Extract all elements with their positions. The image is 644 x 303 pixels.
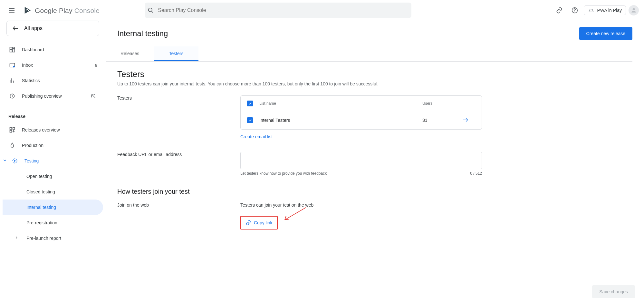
all-apps-label: All apps (24, 25, 43, 31)
sidebar-item-testing[interactable]: Testing (3, 153, 103, 169)
testers-heading: Testers (117, 69, 632, 79)
production-icon (8, 142, 16, 149)
android-icon (588, 8, 594, 13)
arrow-right-icon[interactable] (462, 117, 482, 124)
all-apps-button[interactable]: All apps (6, 21, 99, 36)
svg-point-6 (592, 11, 592, 11)
user-avatar[interactable] (629, 5, 639, 15)
link-icon[interactable] (553, 4, 566, 17)
logo-text-secondary: Console (74, 7, 100, 14)
checkbox-all[interactable] (247, 101, 253, 106)
chevron-down-icon (2, 157, 8, 164)
sidebar-item-releases-overview[interactable]: Releases overview (3, 122, 103, 138)
feedback-field-label: Feedback URL or email address (117, 152, 236, 157)
dashboard-icon (8, 46, 16, 54)
chevron-right-icon (14, 235, 19, 241)
svg-rect-16 (13, 128, 15, 130)
sidebar-subitem-pre-launch-report[interactable]: Pre-launch report (3, 230, 103, 246)
sidebar-item-production[interactable]: Production (3, 138, 103, 153)
sidebar-section-release: Release (3, 111, 103, 122)
topbar: Google Play Console PWA in Play (0, 0, 644, 21)
inbox-icon (8, 61, 16, 69)
create-email-list-link[interactable]: Create email list (240, 134, 273, 139)
feedback-input[interactable] (240, 152, 482, 169)
search-box[interactable] (145, 3, 411, 18)
sidebar-label: Open testing (26, 174, 97, 179)
inbox-badge: 9 (95, 63, 97, 68)
sidebar-item-publishing-overview[interactable]: Publishing overview (3, 88, 103, 104)
main-content: Internal testing Create new release Rele… (106, 21, 644, 279)
sidebar-label: Production (22, 143, 97, 148)
logo-text: Google Play Console (35, 7, 100, 14)
sidebar-label: Statistics (22, 78, 97, 83)
create-new-release-button[interactable]: Create new release (579, 27, 632, 40)
testers-subheading: Up to 100 testers can join your internal… (117, 81, 632, 86)
copy-link-label: Copy link (254, 220, 273, 225)
tabs: Releases Testers (106, 46, 632, 62)
sidebar-label: Internal testing (26, 205, 97, 210)
col-list-name: List name (259, 101, 408, 106)
row-users-count: 31 (408, 118, 462, 123)
col-users: Users (408, 101, 462, 106)
app-chip-label: PWA in Play (597, 8, 622, 13)
help-icon[interactable] (568, 4, 581, 17)
play-console-logo-icon (23, 6, 32, 15)
logo[interactable]: Google Play Console (23, 6, 100, 15)
testers-field-label: Testers (117, 95, 236, 101)
svg-rect-11 (10, 50, 12, 52)
svg-rect-17 (10, 131, 12, 132)
statistics-icon (8, 77, 16, 84)
row-list-name: Internal Testers (259, 118, 408, 123)
svg-line-4 (592, 9, 593, 10)
copy-link-button[interactable]: Copy link (240, 216, 278, 230)
sidebar-label: Releases overview (22, 127, 97, 132)
svg-point-5 (590, 11, 591, 11)
checkbox-row[interactable] (247, 117, 253, 123)
tester-lists-table: List name Users Internal Testers 31 (240, 95, 482, 130)
page-title: Internal testing (117, 29, 579, 38)
tab-testers[interactable]: Testers (154, 46, 198, 61)
sync-off-icon (90, 92, 97, 100)
svg-rect-10 (13, 49, 15, 52)
svg-line-3 (590, 9, 590, 10)
publishing-overview-icon (8, 92, 16, 100)
releases-overview-icon (8, 126, 16, 134)
app-chip[interactable]: PWA in Play (584, 5, 626, 15)
tester-list-row[interactable]: Internal Testers 31 (241, 111, 482, 129)
sidebar-label: Testing (24, 158, 97, 163)
logo-text-primary: Google Play (35, 7, 72, 14)
feedback-char-counter: 0 / 512 (470, 171, 482, 176)
annotation-arrow-icon (282, 206, 307, 222)
hamburger-menu-icon[interactable] (5, 4, 18, 17)
sidebar-label: Pre-registration (26, 220, 97, 225)
svg-line-19 (285, 208, 306, 220)
svg-point-7 (633, 8, 635, 10)
feedback-helper-text: Let testers know how to provide you with… (240, 171, 327, 176)
svg-rect-8 (10, 47, 12, 50)
link-icon (245, 220, 251, 226)
sidebar-subitem-closed-testing[interactable]: Closed testing (3, 184, 103, 200)
sidebar-item-dashboard[interactable]: Dashboard (3, 42, 103, 57)
tab-releases[interactable]: Releases (106, 46, 154, 61)
sidebar-label: Closed testing (26, 189, 97, 194)
testing-icon (11, 157, 19, 165)
svg-point-13 (13, 66, 15, 68)
top-right-actions: PWA in Play (553, 4, 639, 17)
join-label: Join on the web (117, 202, 236, 208)
sidebar-item-statistics[interactable]: Statistics (3, 73, 103, 88)
sidebar-label: Dashboard (22, 47, 97, 52)
sidebar-item-inbox[interactable]: Inbox 9 (3, 57, 103, 73)
join-heading: How testers join your test (117, 188, 632, 195)
sidebar-label: Publishing overview (22, 93, 84, 99)
sidebar-label: Inbox (22, 63, 89, 68)
svg-point-0 (149, 8, 152, 12)
arrow-left-icon (12, 25, 19, 32)
svg-rect-15 (10, 128, 12, 130)
sidebar-subitem-open-testing[interactable]: Open testing (3, 169, 103, 184)
sidebar-label: Pre-launch report (26, 236, 97, 241)
sidebar: All apps Dashboard Inbox 9 Statistics Pu… (0, 21, 106, 279)
sidebar-subitem-pre-registration[interactable]: Pre-registration (3, 215, 103, 230)
sidebar-subitem-internal-testing[interactable]: Internal testing (3, 200, 103, 215)
svg-point-2 (575, 12, 575, 12)
search-input[interactable] (157, 7, 409, 14)
